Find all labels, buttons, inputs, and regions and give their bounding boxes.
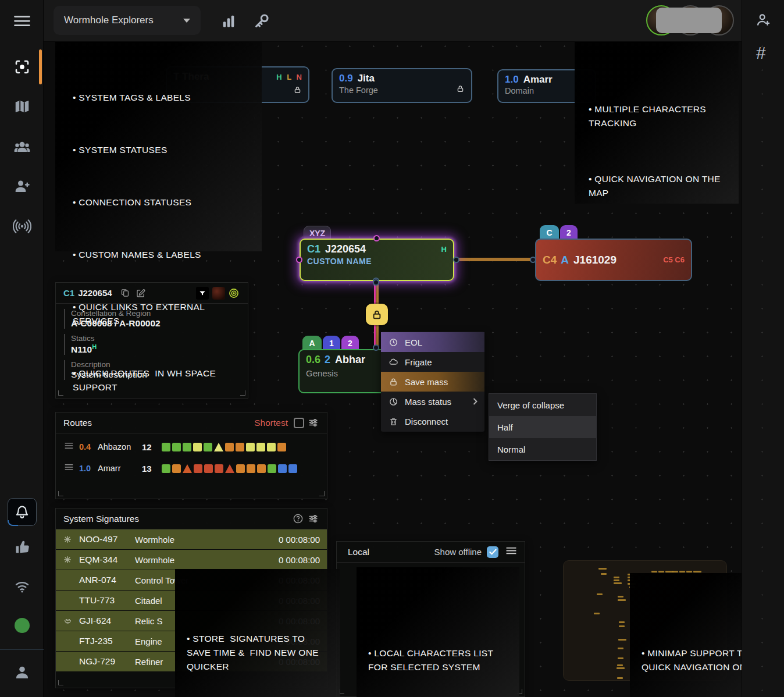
- submenu-item-half[interactable]: Half: [489, 416, 596, 438]
- shortest-checkbox[interactable]: [294, 418, 304, 428]
- connection-c1-c4[interactable]: [457, 258, 534, 261]
- connection-handle[interactable]: [373, 235, 380, 241]
- system-tab-2[interactable]: 2: [341, 336, 359, 350]
- hamburger-icon[interactable]: [505, 546, 517, 557]
- system-node-jita[interactable]: 0.9 Jita The Forge: [332, 68, 472, 103]
- signature-type: Wormhole: [135, 535, 279, 545]
- minimap-system-mark: [617, 677, 623, 679]
- notifications-button[interactable]: [8, 498, 37, 526]
- signature-timer: 0 00:08:00: [279, 535, 320, 545]
- signature-id: FTJ-235: [79, 636, 135, 646]
- sort-mode-label[interactable]: Shortest: [254, 418, 288, 428]
- status-dot[interactable]: [15, 618, 30, 633]
- menu-item-eol[interactable]: EOL: [381, 332, 484, 352]
- person-icon[interactable]: [13, 663, 31, 682]
- hashtag-icon[interactable]: #: [756, 43, 766, 63]
- callout-item: • SYSTEM STATUSES: [73, 143, 245, 157]
- person-add-icon[interactable]: [754, 10, 773, 29]
- signatures-header: System Signatures: [56, 508, 327, 529]
- local-header: Local Show offline: [337, 542, 525, 563]
- connection-endpoint[interactable]: [373, 279, 379, 286]
- show-offline-checkbox[interactable]: [487, 546, 498, 558]
- connection-endpoint[interactable]: [373, 344, 379, 351]
- minimap-system-mark: [693, 571, 701, 572]
- destination-name: Amarr: [98, 464, 142, 473]
- minimap-system-mark: [618, 639, 626, 641]
- resize-handle[interactable]: [58, 491, 63, 496]
- drag-handle-icon[interactable]: [64, 463, 79, 474]
- minimap-system-mark: [618, 596, 623, 598]
- resize-handle[interactable]: [58, 390, 63, 396]
- security-status: 0.6: [306, 354, 320, 366]
- route-row[interactable]: 1.0 Amarr 13: [56, 460, 327, 476]
- menu-item-save-mass[interactable]: Save mass: [381, 372, 484, 392]
- destination-name: Ahbazon: [98, 442, 142, 451]
- minimap-system-mark: [651, 571, 657, 572]
- key-icon[interactable]: [251, 10, 272, 31]
- route-step-square: [236, 464, 245, 473]
- route-step-square: [162, 464, 170, 473]
- system-tab-2[interactable]: 2: [560, 225, 578, 240]
- signature-id: EQM-344: [79, 554, 135, 565]
- map-icon[interactable]: [13, 97, 31, 116]
- person-add-icon[interactable]: [13, 177, 31, 195]
- system-tab-1[interactable]: 1: [323, 336, 340, 350]
- bell-icon: [14, 504, 30, 520]
- callout-item: • SYSTEM TAGS & LABELS: [73, 91, 245, 105]
- system-tab-c[interactable]: C: [540, 225, 559, 240]
- system-node-c4[interactable]: C4 A J161029 C5 C6: [535, 239, 692, 281]
- connection-handle[interactable]: [296, 257, 302, 263]
- wifi-icon[interactable]: [13, 577, 31, 596]
- minimap-system-mark: [601, 573, 607, 575]
- route-row[interactable]: 0.4 Ahbazon 12: [56, 439, 327, 455]
- security-status: 1.0: [79, 464, 98, 473]
- resize-handle[interactable]: [319, 491, 325, 496]
- route-path: [162, 443, 286, 451]
- thumbs-up-icon[interactable]: [13, 538, 31, 557]
- submenu-item-normal[interactable]: Normal: [489, 438, 596, 460]
- menu-item-frigate[interactable]: Frigate: [381, 352, 484, 372]
- security-status: 0.4: [79, 442, 98, 451]
- submenu-item-verge[interactable]: Verge of collapse: [489, 394, 596, 416]
- callout-item: • LOCAL CHARACTERS LIST FOR SELECTED SYS…: [368, 646, 509, 674]
- system-tab-a[interactable]: A: [302, 336, 322, 350]
- minimap-system-mark: [618, 648, 623, 649]
- map-selector[interactable]: Wormhole Explorers: [54, 6, 201, 35]
- system-name: J220654: [325, 243, 366, 255]
- minimap-system-mark: [614, 582, 622, 584]
- sliders-icon[interactable]: [307, 513, 319, 525]
- drag-handle-icon[interactable]: [64, 442, 79, 452]
- route-step-square: [288, 464, 297, 473]
- connection-endpoint[interactable]: [453, 257, 459, 263]
- connection-context-menu: EOL Frigate Save mass Mass status Discon…: [381, 332, 484, 432]
- bar-chart-icon[interactable]: [218, 10, 239, 31]
- signature-row[interactable]: NOO-497 Wormhole 0 00:08:00: [56, 529, 327, 549]
- people-icon[interactable]: [13, 138, 31, 157]
- sliders-icon[interactable]: [307, 417, 319, 429]
- resize-handle[interactable]: [58, 680, 63, 685]
- minimap-system-mark: [617, 664, 623, 666]
- menu-item-label: Mass status: [405, 397, 451, 407]
- minimap-system-mark: [614, 577, 619, 578]
- system-tag[interactable]: XYZ: [304, 226, 331, 240]
- divider: [0, 649, 44, 650]
- signature-row[interactable]: EQM-344 Wormhole 0 00:08:00: [56, 550, 327, 570]
- local-callout: • LOCAL CHARACTERS LIST FOR SELECTED SYS…: [357, 567, 519, 697]
- broadcast-icon[interactable]: [13, 217, 31, 236]
- wormhole-class: C1: [307, 243, 320, 255]
- menu-item-disconnect[interactable]: Disconnect: [381, 411, 484, 431]
- hamburger-icon[interactable]: [13, 12, 31, 30]
- menu-item-mass-status[interactable]: Mass status: [381, 392, 484, 411]
- system-name: Amarr: [523, 74, 553, 86]
- right-rail: #: [742, 0, 784, 697]
- system-name: J161029: [573, 254, 616, 266]
- route-step-square: [268, 464, 276, 473]
- save-mass-lock-badge[interactable]: [366, 304, 388, 325]
- system-node-c1[interactable]: C1 J220654 H CUSTOM NAME: [300, 239, 454, 281]
- focus-icon[interactable]: [13, 58, 31, 76]
- menu-item-label: Frigate: [405, 357, 432, 367]
- resize-handle[interactable]: [240, 390, 245, 396]
- menu-item-label: Save mass: [405, 377, 448, 387]
- help-icon[interactable]: [291, 513, 304, 525]
- connection-endpoint[interactable]: [530, 257, 536, 263]
